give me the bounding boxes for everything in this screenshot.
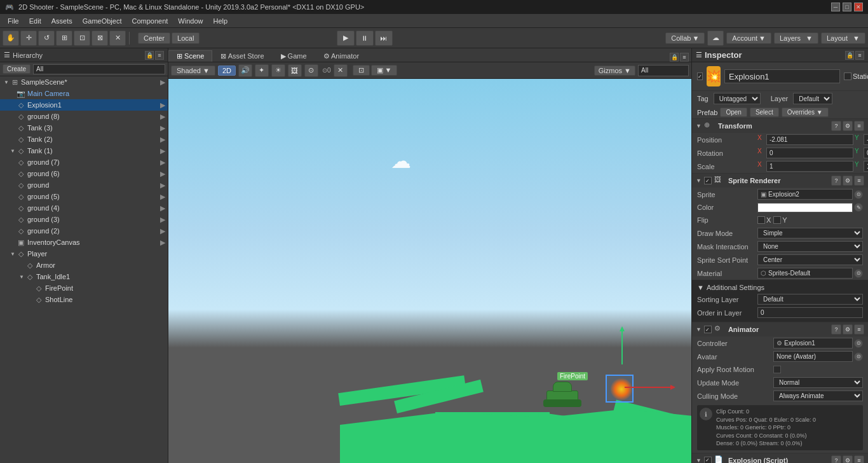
position-y-input[interactable] — [864, 134, 868, 145]
menu-file[interactable]: File — [3, 16, 24, 26]
menu-component[interactable]: Component — [126, 16, 173, 26]
flip-x-checkbox[interactable]: X — [757, 216, 771, 224]
list-item[interactable]: ◇ ground (7) ▶ — [0, 156, 168, 168]
scene-view-options[interactable]: ⊡ — [353, 65, 370, 76]
object-name-input[interactable] — [724, 69, 840, 83]
2d-button[interactable]: 2D — [218, 66, 236, 76]
color-swatch[interactable] — [757, 203, 853, 212]
close-button[interactable]: ✕ — [854, 3, 863, 11]
list-item[interactable]: ◇ ground (6) ▶ — [0, 168, 168, 179]
order-in-layer-input[interactable] — [757, 307, 863, 318]
list-item[interactable]: ▼ ◇ Player — [0, 248, 168, 259]
scene-skybox-button[interactable]: ⊙ — [304, 64, 318, 77]
layer-select[interactable]: Default — [793, 93, 832, 104]
sprite-renderer-help-btn[interactable]: ? — [831, 176, 841, 186]
avatar-picker-btn[interactable]: ⊙ — [854, 352, 863, 361]
tab-scene[interactable]: ⊞ Scene — [168, 50, 212, 62]
position-x-input[interactable] — [766, 134, 853, 145]
list-item[interactable]: ◇ Armor — [0, 259, 168, 271]
list-item[interactable]: ◇ Tank (3) ▶ — [0, 122, 168, 134]
maximize-button[interactable]: □ — [843, 3, 851, 11]
tab-asset-store[interactable]: ⊠ Asset Store — [212, 50, 272, 62]
explosion-script-help-btn[interactable]: ? — [831, 455, 841, 463]
list-item[interactable]: ◇ ground (2) ▶ — [0, 225, 168, 237]
resolution-dropdown[interactable]: ▣ ▼ — [371, 65, 398, 76]
animator-help-btn[interactable]: ? — [831, 324, 841, 335]
local-button[interactable]: Local — [172, 32, 200, 44]
collab-button[interactable]: Collab ▼ — [665, 32, 705, 44]
controller-picker-btn[interactable]: ⊙ — [854, 339, 863, 348]
list-item[interactable]: ▼ ⊞ SampleScene* ▶ — [0, 76, 168, 88]
static-checkbox[interactable] — [844, 73, 851, 80]
rotation-y-input[interactable] — [864, 148, 868, 158]
inspector-lock[interactable]: 🔒 — [845, 51, 854, 60]
list-item[interactable]: 📷 Main Camera — [0, 88, 168, 99]
scale-y-input[interactable] — [864, 161, 868, 172]
transform-help-btn[interactable]: ? — [831, 121, 841, 131]
culling-mode-select[interactable]: Always Animate — [773, 390, 863, 401]
list-item[interactable]: ◇ ground (3) ▶ — [0, 214, 168, 225]
layers-dropdown[interactable]: Layers ▼ — [774, 32, 818, 44]
tool-scale[interactable]: ⊞ — [56, 31, 72, 46]
explosion-script-settings-btn[interactable]: ⚙ — [843, 455, 853, 463]
list-item[interactable]: ◇ Tank (2) ▶ — [0, 134, 168, 145]
layout-dropdown[interactable]: Layout ▼ — [821, 32, 865, 44]
object-active-checkbox[interactable] — [697, 73, 703, 80]
center-button[interactable]: Center — [138, 32, 170, 44]
draw-mode-select[interactable]: Simple — [757, 228, 863, 238]
pause-button[interactable]: ⏸ — [356, 31, 374, 46]
flip-x-check-icon[interactable] — [757, 216, 765, 224]
menu-window[interactable]: Window — [173, 16, 208, 26]
menu-help[interactable]: Help — [208, 16, 233, 26]
minimize-button[interactable]: ─ — [831, 3, 840, 11]
tab-animator[interactable]: ⚙ Animator — [315, 50, 367, 62]
sprite-picker-btn[interactable]: ⊙ — [854, 190, 863, 199]
material-picker-btn[interactable]: ⊙ — [854, 269, 863, 278]
scene-search-input[interactable] — [638, 65, 689, 76]
menu-gameobject[interactable]: GameObject — [78, 16, 127, 26]
overrides-button[interactable]: Overrides ▼ — [782, 107, 829, 117]
select-prefab-button[interactable]: Select — [750, 107, 779, 117]
create-button[interactable]: Create — [3, 64, 31, 74]
menu-assets[interactable]: Assets — [46, 16, 78, 26]
list-item[interactable]: ◇ FirePoint — [0, 282, 168, 294]
update-mode-select[interactable]: Normal — [773, 377, 863, 388]
sprite-sort-point-select[interactable]: Center — [757, 254, 863, 265]
animator-menu-btn[interactable]: ≡ — [854, 324, 864, 335]
hierarchy-search[interactable] — [33, 64, 165, 74]
open-prefab-button[interactable]: Open — [720, 107, 747, 117]
tab-game[interactable]: ▶ Game — [273, 50, 315, 62]
scene-image-button[interactable]: 🖼 — [288, 64, 302, 77]
flip-y-check-icon[interactable] — [773, 216, 781, 224]
cloud-button[interactable]: ☁ — [707, 31, 724, 46]
rotation-x-input[interactable] — [766, 148, 853, 158]
tool-rect[interactable]: ⊡ — [74, 31, 90, 46]
tool-transform[interactable]: ⊠ — [92, 31, 108, 46]
mask-interaction-select[interactable]: None — [757, 241, 863, 252]
list-item[interactable]: ◇ Explosion1 ▶ — [0, 99, 168, 111]
tool-rotate[interactable]: ↺ — [38, 31, 55, 46]
scene-view[interactable]: ☁ FirePoint — [168, 79, 691, 463]
explosion-script-toggle[interactable] — [704, 457, 712, 463]
gizmos-dropdown[interactable]: Gizmos ▼ — [594, 66, 635, 76]
scene-snap-button[interactable]: ✕ — [334, 64, 348, 77]
additional-settings-header[interactable]: ▼ Additional Settings — [692, 282, 868, 293]
hierarchy-lock[interactable]: 🔒 — [145, 51, 154, 60]
tool-hand[interactable]: ✋ — [3, 31, 19, 46]
scale-x-input[interactable] — [766, 161, 853, 172]
transform-header[interactable]: ▼ ⊕ Transform ? ⚙ ≡ — [692, 119, 868, 133]
list-item[interactable]: ◇ ground ▶ — [0, 179, 168, 191]
list-item[interactable]: ◇ ground (4) ▶ — [0, 202, 168, 214]
menu-edit[interactable]: Edit — [24, 16, 46, 26]
list-item[interactable]: ▼ ◇ Tank (1) ▶ — [0, 145, 168, 156]
shaded-dropdown[interactable]: Shaded ▼ — [171, 66, 215, 76]
flip-y-checkbox[interactable]: Y — [773, 216, 787, 224]
inspector-menu[interactable]: ≡ — [855, 51, 864, 60]
tag-select[interactable]: Untagged — [714, 93, 761, 104]
scene-lock[interactable]: 🔒 — [670, 53, 679, 62]
transform-menu-btn[interactable]: ≡ — [854, 121, 864, 131]
tool-move[interactable]: ✛ — [20, 31, 37, 46]
sorting-layer-select[interactable]: Default — [757, 294, 863, 305]
sprite-renderer-toggle[interactable] — [704, 177, 712, 184]
fx-button[interactable]: ✦ — [255, 64, 269, 77]
